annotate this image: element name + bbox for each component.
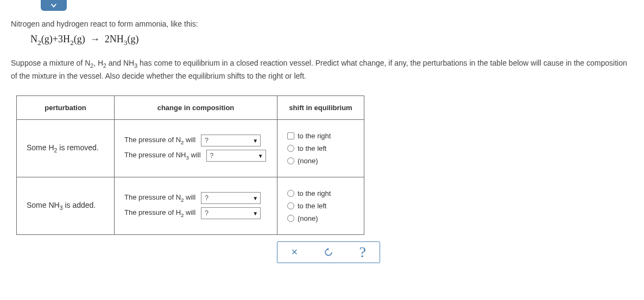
clear-button[interactable]: × [286, 244, 302, 260]
chevron-down-icon: ▼ [252, 195, 258, 201]
header-perturbation: perturbation [17, 95, 115, 119]
change-label: The pressure of H2 will [124, 208, 195, 218]
change-cell: The pressure of N2 will?▼The pressure of… [115, 177, 277, 234]
shift-cell: to the rightto the left(none) [277, 177, 364, 234]
change-label: The pressure of N2 will [124, 136, 195, 145]
chevron-down-icon: ▼ [252, 210, 258, 216]
shift-option: (none) [287, 157, 354, 165]
help-button[interactable]: ? [355, 244, 371, 260]
collapse-toggle[interactable] [41, 0, 67, 11]
shift-option: to the left [287, 202, 354, 210]
shift-option: to the left [287, 144, 354, 152]
pressure-dropdown[interactable]: ?▼ [206, 150, 266, 162]
dropdown-value: ? [205, 137, 209, 144]
shift-radio[interactable] [287, 132, 294, 139]
pressure-dropdown[interactable]: ?▼ [201, 135, 261, 146]
reset-button[interactable] [320, 244, 337, 260]
description-text: Suppose a mixture of N2, H2 and NH3 has … [11, 57, 633, 82]
perturbation-cell: Some H2 is removed. [17, 119, 115, 177]
change-line: The pressure of N2 will?▼ [124, 135, 267, 146]
reset-icon [323, 247, 334, 258]
change-line: The pressure of NH3 will?▼ [124, 150, 267, 162]
header-change: change in composition [115, 95, 277, 119]
dropdown-value: ? [210, 152, 214, 159]
pressure-dropdown[interactable]: ?▼ [201, 192, 261, 204]
table-row: Some H2 is removed.The pressure of N2 wi… [17, 119, 364, 177]
change-line: The pressure of N2 will?▼ [124, 192, 267, 204]
table-row: Some NH3 is added.The pressure of N2 wil… [17, 177, 364, 234]
chevron-down-icon [50, 2, 58, 9]
change-label: The pressure of NH3 will [124, 151, 201, 161]
pressure-dropdown[interactable]: ?▼ [201, 207, 261, 219]
dropdown-value: ? [205, 209, 209, 217]
chevron-down-icon: ▼ [252, 138, 258, 144]
shift-radio[interactable] [287, 145, 294, 152]
shift-option-label: (none) [298, 157, 318, 165]
shift-option: to the right [287, 132, 354, 140]
equilibrium-table: perturbation change in composition shift… [16, 95, 364, 235]
shift-radio[interactable] [287, 215, 294, 222]
shift-radio[interactable] [287, 202, 294, 209]
shift-option-label: to the left [298, 202, 326, 210]
answer-toolbar: × ? [277, 241, 380, 263]
dropdown-value: ? [205, 194, 209, 202]
header-shift: shift in equilibrium [277, 95, 364, 119]
change-label: The pressure of N2 will [124, 193, 195, 203]
shift-option-label: (none) [298, 214, 318, 222]
change-line: The pressure of H2 will?▼ [124, 207, 267, 219]
intro-text: Nitrogen and hydrogen react to form ammo… [11, 20, 633, 28]
shift-option-label: to the right [298, 132, 331, 140]
reaction-equation: N2(g)+3H2(g) → 2NH3(g) [30, 34, 633, 47]
shift-radio[interactable] [287, 190, 294, 197]
shift-radio[interactable] [287, 157, 294, 164]
change-cell: The pressure of N2 will?▼The pressure of… [115, 119, 277, 177]
perturbation-cell: Some NH3 is added. [17, 177, 115, 234]
shift-option-label: to the right [298, 189, 331, 197]
chevron-down-icon: ▼ [258, 153, 263, 159]
shift-cell: to the rightto the left(none) [277, 119, 364, 177]
shift-option-label: to the left [298, 144, 326, 152]
shift-option: to the right [287, 189, 354, 197]
shift-option: (none) [287, 214, 354, 222]
